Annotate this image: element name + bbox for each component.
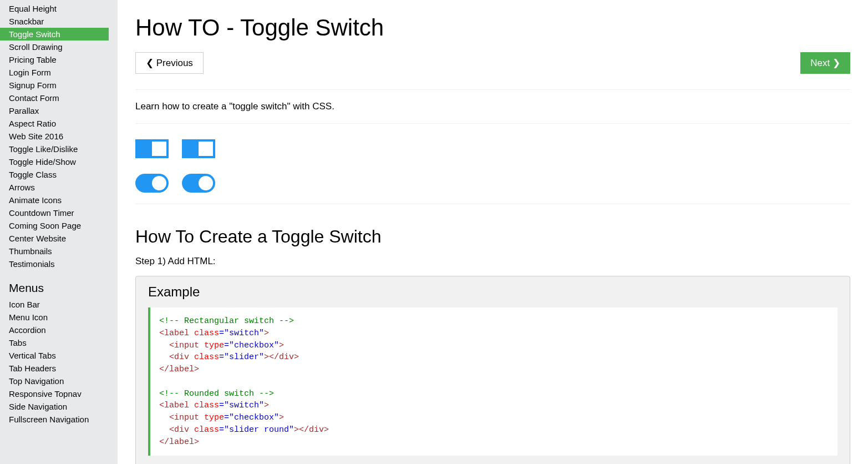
sidebar-item[interactable]: Side Navigation bbox=[0, 400, 109, 413]
sidebar-item[interactable]: Icon Bar bbox=[0, 298, 109, 311]
sidebar-item[interactable]: Tabs bbox=[0, 336, 109, 349]
toggle-switch-square-on[interactable] bbox=[182, 139, 215, 158]
sidebar-item[interactable]: Testimonials bbox=[0, 258, 109, 270]
sidebar-item[interactable]: Pricing Table bbox=[0, 53, 109, 66]
main-content: How TO - Toggle Switch ❮ Previous Next ❯… bbox=[118, 0, 868, 464]
switch-demo-row-square bbox=[135, 139, 850, 158]
example-title: Example bbox=[148, 284, 837, 300]
divider bbox=[135, 204, 850, 204]
sidebar-item[interactable]: Toggle Class bbox=[0, 168, 109, 181]
sidebar-item[interactable]: Snackbar bbox=[0, 15, 109, 28]
sidebar-item[interactable]: Signup Form bbox=[0, 79, 109, 92]
sidebar-item[interactable]: Login Form bbox=[0, 66, 109, 79]
divider bbox=[135, 89, 850, 90]
toggle-switch-square-off[interactable] bbox=[135, 139, 169, 158]
sidebar-item[interactable]: Accordion bbox=[0, 324, 109, 336]
sidebar-item[interactable]: Animate Icons bbox=[0, 194, 109, 206]
sidebar-item[interactable]: Equal Height bbox=[0, 2, 109, 15]
sidebar-item[interactable]: Responsive Topnav bbox=[0, 387, 109, 400]
divider bbox=[135, 123, 850, 124]
sidebar-item[interactable]: Aspect Ratio bbox=[0, 117, 109, 130]
next-button[interactable]: Next ❯ bbox=[800, 52, 850, 74]
sidebar-item[interactable]: Fullscreen Navigation bbox=[0, 413, 109, 426]
previous-button[interactable]: ❮ Previous bbox=[135, 52, 204, 74]
sidebar-item[interactable]: Center Website bbox=[0, 232, 109, 245]
sidebar-item[interactable]: Toggle Hide/Show bbox=[0, 155, 109, 168]
code-block: <!-- Rectangular switch --> <label class… bbox=[148, 307, 837, 456]
switch-demo-row-round bbox=[135, 174, 850, 193]
sidebar-item[interactable]: Top Navigation bbox=[0, 375, 109, 387]
sidebar-heading: Menus bbox=[0, 270, 118, 298]
slider-knob bbox=[199, 142, 213, 156]
sidebar-item[interactable]: Toggle Switch bbox=[0, 28, 109, 41]
sidebar-item[interactable]: Tab Headers bbox=[0, 362, 109, 375]
sidebar-item[interactable]: Arrows bbox=[0, 181, 109, 194]
sidebar-item[interactable]: Toggle Like/Dislike bbox=[0, 143, 109, 155]
toggle-switch-round-off[interactable] bbox=[135, 174, 169, 193]
sidebar: Equal HeightSnackbarToggle SwitchScroll … bbox=[0, 0, 118, 464]
sidebar-item[interactable]: Coming Soon Page bbox=[0, 219, 109, 232]
toggle-switch-round-on[interactable] bbox=[182, 174, 215, 193]
section-heading: How To Create a Toggle Switch bbox=[135, 226, 850, 247]
sidebar-item[interactable]: Parallax bbox=[0, 104, 109, 117]
intro-text: Learn how to create a "toggle switch" wi… bbox=[135, 101, 850, 112]
example-box: Example <!-- Rectangular switch --> <lab… bbox=[135, 276, 850, 464]
sidebar-item[interactable]: Scroll Drawing bbox=[0, 41, 109, 53]
slider-knob bbox=[199, 176, 213, 190]
slider-knob bbox=[152, 142, 166, 156]
sidebar-item[interactable]: Menu Icon bbox=[0, 311, 109, 324]
page-title: How TO - Toggle Switch bbox=[135, 14, 850, 41]
slider-knob bbox=[152, 176, 166, 190]
nav-row: ❮ Previous Next ❯ bbox=[135, 52, 850, 74]
sidebar-item[interactable]: Thumbnails bbox=[0, 245, 109, 258]
sidebar-item[interactable]: Countdown Timer bbox=[0, 206, 109, 219]
sidebar-item[interactable]: Vertical Tabs bbox=[0, 349, 109, 362]
step-label: Step 1) Add HTML: bbox=[135, 256, 850, 267]
sidebar-item[interactable]: Contact Form bbox=[0, 92, 109, 104]
sidebar-item[interactable]: Web Site 2016 bbox=[0, 130, 109, 143]
